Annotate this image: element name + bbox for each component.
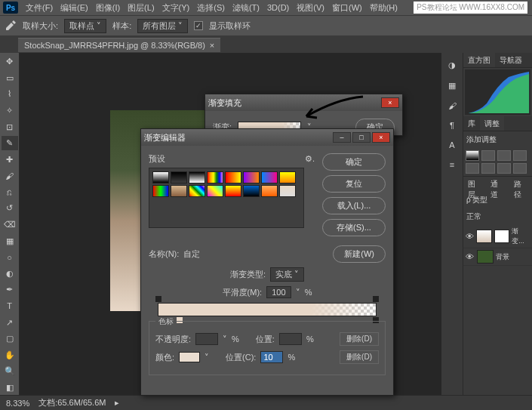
opacity-input[interactable] bbox=[195, 333, 218, 345]
adj-photo-filter-icon[interactable] bbox=[513, 163, 527, 174]
visibility-icon[interactable]: 👁 bbox=[466, 252, 475, 261]
preset-swatch[interactable] bbox=[279, 171, 296, 183]
paragraph-icon[interactable]: ¶ bbox=[450, 121, 454, 130]
preset-swatch[interactable] bbox=[189, 171, 205, 183]
maximize-button[interactable]: □ bbox=[352, 132, 371, 143]
marquee-tool[interactable]: ▭ bbox=[2, 71, 18, 86]
menu-type[interactable]: 文字(Y) bbox=[162, 2, 190, 14]
adj-bw-icon[interactable] bbox=[497, 163, 511, 174]
visibility-icon[interactable]: 👁 bbox=[466, 232, 474, 241]
tab-library[interactable]: 库 bbox=[463, 116, 480, 131]
tab-layers[interactable]: 图层 bbox=[463, 177, 486, 192]
smoothness-input[interactable]: 100 bbox=[266, 286, 291, 298]
type-select[interactable]: 实底 ˅ bbox=[270, 267, 304, 282]
preset-swatch[interactable] bbox=[189, 185, 205, 197]
reset-button[interactable]: 复位 bbox=[322, 175, 386, 193]
position-input[interactable] bbox=[279, 333, 302, 345]
type-tool[interactable]: T bbox=[2, 299, 18, 314]
adj-brightness-icon[interactable] bbox=[466, 150, 479, 161]
opacity-stop[interactable] bbox=[373, 296, 379, 302]
delete-button[interactable]: 删除(D) bbox=[340, 332, 379, 346]
character-icon[interactable]: A bbox=[449, 140, 454, 150]
status-arrow-icon[interactable]: ▸ bbox=[115, 398, 119, 408]
adj-levels-icon[interactable] bbox=[481, 150, 495, 161]
preset-swatch[interactable] bbox=[261, 171, 278, 183]
tab-histogram[interactable]: 直方图 bbox=[463, 53, 495, 67]
document-tab[interactable]: StockSnap_JMRRS4PFRH.jpg @ 8.33%(RGB/8) … bbox=[18, 38, 220, 52]
zoom-level[interactable]: 8.33% bbox=[6, 399, 29, 408]
eraser-tool[interactable]: ⌫ bbox=[2, 217, 18, 233]
blend-mode-select[interactable]: 正常 bbox=[463, 208, 532, 225]
preset-swatch[interactable] bbox=[171, 185, 187, 197]
path-tool[interactable]: ↗ bbox=[2, 315, 18, 330]
preset-swatch[interactable] bbox=[171, 171, 187, 183]
name-value[interactable]: 自定 bbox=[183, 248, 328, 260]
stamp-tool[interactable]: ⎌ bbox=[2, 185, 18, 200]
sample-size-select[interactable]: 取样点 ˅ bbox=[64, 19, 106, 33]
menu-layer[interactable]: 图层(L) bbox=[128, 2, 154, 14]
tab-adjustments[interactable]: 调整 bbox=[480, 116, 504, 131]
preset-swatch[interactable] bbox=[207, 171, 223, 183]
close-button[interactable]: × bbox=[381, 97, 399, 108]
history-brush-tool[interactable]: ↺ bbox=[2, 201, 18, 216]
menu-window[interactable]: 窗口(W) bbox=[332, 2, 362, 14]
delete-button[interactable]: 删除(D) bbox=[340, 350, 379, 364]
eyedropper-tool[interactable]: ✎ bbox=[2, 136, 18, 151]
menu-file[interactable]: 文件(F) bbox=[26, 2, 53, 14]
adj-vibrance-icon[interactable] bbox=[466, 163, 479, 174]
menu-help[interactable]: 帮助(H) bbox=[370, 2, 398, 14]
tab-channels[interactable]: 通道 bbox=[486, 177, 509, 192]
preset-swatch[interactable] bbox=[152, 171, 169, 183]
ok-button[interactable]: 确定 bbox=[322, 153, 386, 171]
pen-tool[interactable]: ✒ bbox=[2, 282, 18, 297]
gradient-tool[interactable]: ▦ bbox=[2, 233, 18, 248]
position-c-input[interactable] bbox=[260, 351, 283, 363]
adj-hue-icon[interactable] bbox=[481, 163, 495, 174]
brush-tool[interactable]: 🖌 bbox=[2, 168, 18, 183]
wand-tool[interactable]: ✧ bbox=[2, 103, 18, 119]
tab-navigator[interactable]: 导航器 bbox=[495, 53, 527, 67]
dialog-titlebar[interactable]: 渐变填充 × bbox=[205, 94, 402, 111]
crop-tool[interactable]: ⊡ bbox=[2, 119, 18, 134]
menu-filter[interactable]: 滤镜(T) bbox=[232, 2, 260, 14]
tab-paths[interactable]: 路径 bbox=[509, 177, 532, 192]
preset-swatch[interactable] bbox=[261, 185, 278, 197]
dodge-tool[interactable]: ◐ bbox=[2, 267, 18, 282]
menu-view[interactable]: 视图(V) bbox=[297, 2, 324, 14]
swatches-icon[interactable]: ▦ bbox=[448, 81, 456, 91]
color-swatch[interactable] bbox=[179, 352, 200, 362]
zoom-tool[interactable]: 🔍 bbox=[2, 364, 18, 379]
menu-3d[interactable]: 3D(D) bbox=[267, 3, 289, 12]
lasso-tool[interactable]: ⌇ bbox=[2, 87, 18, 102]
show-ring-checkbox[interactable] bbox=[194, 21, 203, 30]
menu-edit[interactable]: 编辑(E) bbox=[60, 2, 88, 14]
brush-icon[interactable]: 🖌 bbox=[448, 101, 457, 110]
preset-swatch[interactable] bbox=[152, 185, 169, 197]
new-button[interactable]: 新建(W) bbox=[333, 245, 386, 263]
gear-icon[interactable]: ⚙. bbox=[305, 154, 315, 164]
move-tool[interactable]: ✥ bbox=[2, 54, 18, 69]
heal-tool[interactable]: ✚ bbox=[2, 152, 18, 167]
preset-swatch[interactable] bbox=[243, 185, 260, 197]
adj-curves-icon[interactable] bbox=[497, 150, 511, 161]
save-button[interactable]: 存储(S)... bbox=[322, 219, 386, 236]
hand-tool[interactable]: ✋ bbox=[2, 347, 18, 362]
menu-image[interactable]: 图像(I) bbox=[96, 2, 120, 14]
layer-background[interactable]: 👁 背景 bbox=[463, 248, 532, 266]
menu-select[interactable]: 选择(S) bbox=[197, 2, 225, 14]
preset-swatch[interactable] bbox=[207, 185, 223, 197]
preset-swatch[interactable] bbox=[225, 171, 241, 183]
gradient-bar[interactable] bbox=[158, 303, 377, 316]
shape-tool[interactable]: ▢ bbox=[2, 331, 18, 347]
blur-tool[interactable]: ○ bbox=[2, 250, 18, 265]
preset-swatch[interactable] bbox=[279, 185, 296, 197]
close-button[interactable]: × bbox=[372, 132, 390, 143]
preset-swatch[interactable] bbox=[243, 171, 260, 183]
sample-select[interactable]: 所有图层 ˅ bbox=[137, 19, 188, 33]
load-button[interactable]: 载入(L)... bbox=[322, 197, 386, 214]
color-swatches[interactable]: ◧ bbox=[2, 381, 18, 396]
color-icon[interactable]: ◑ bbox=[448, 60, 456, 70]
adj-exposure-icon[interactable] bbox=[513, 150, 527, 161]
dialog-titlebar[interactable]: 渐变编辑器 – □ × bbox=[141, 129, 393, 146]
opacity-stop[interactable] bbox=[155, 296, 161, 302]
